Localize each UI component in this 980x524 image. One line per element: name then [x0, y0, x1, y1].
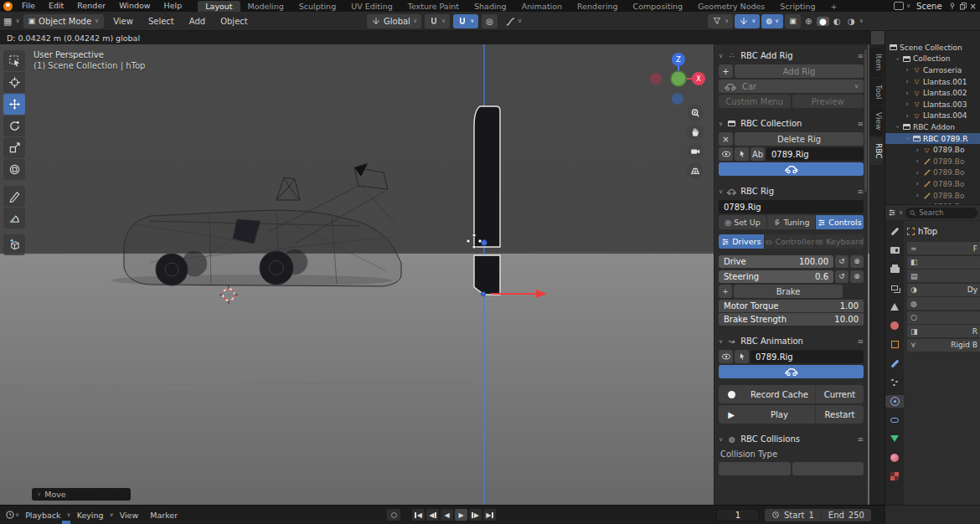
outliner-item-0789-bone-1[interactable]: › 0789.Bo [885, 156, 980, 167]
tool-cursor[interactable] [3, 72, 25, 93]
selectability-pointer-toggle[interactable] [735, 147, 749, 161]
rig-name-field[interactable]: 0789.Rig [719, 200, 864, 213]
operator-panel[interactable]: › Move [32, 488, 131, 501]
timeline-playhead[interactable] [62, 521, 70, 524]
tool-rotate[interactable] [3, 116, 25, 136]
tab-constraints[interactable] [887, 414, 902, 426]
tool-annotate[interactable] [3, 186, 25, 207]
outliner-item-llantas-003[interactable]: › ▽ Llantas.003 [885, 99, 980, 110]
physics-button-rigid-body[interactable]: ◨ R [907, 325, 980, 337]
chevron-down-icon[interactable]: ∨ [899, 209, 903, 216]
collapse-chevron-icon[interactable]: ∨ [719, 188, 723, 195]
next-keyframe-button[interactable]: ▶ [469, 509, 482, 521]
close-icon[interactable]: × [970, 2, 977, 11]
shading-dropdown-icon[interactable]: ∨ [859, 18, 864, 24]
expand-arrow-icon[interactable]: › [904, 66, 910, 74]
play-reverse-button[interactable]: ◀ [441, 509, 453, 521]
new-scene-icon[interactable] [959, 2, 967, 10]
tab-scene[interactable] [887, 301, 902, 313]
select-rig-car-button[interactable] [719, 162, 864, 176]
tool-move[interactable] [3, 94, 25, 115]
tab-world[interactable] [887, 320, 902, 332]
workspace-tab-texture-paint[interactable]: Texture Paint [400, 1, 467, 12]
physics-button-dynamic-paint[interactable]: ◑ Dy [907, 284, 980, 296]
tab-output[interactable] [887, 263, 902, 275]
physics-button-force-field[interactable]: ≈ F [907, 242, 980, 254]
gizmo-axis-neg-x[interactable] [650, 73, 662, 85]
expand-arrow-icon[interactable]: › [904, 112, 910, 120]
orientation-dropdown[interactable]: Global ∨ [367, 14, 421, 28]
workspace-tab-uv-editing[interactable]: UV Editing [343, 1, 400, 12]
expand-arrow-icon[interactable]: › [904, 100, 910, 108]
shading-rendered-button[interactable]: ◑ [845, 17, 858, 26]
panel-header-rbc-animation[interactable]: ∨ ↝ RBC Animation ≡ [719, 334, 864, 348]
brake-strength-slider[interactable]: Brake Strength 10.00 [719, 313, 864, 326]
panel-menu-icon[interactable]: ≡ [857, 337, 864, 346]
outliner-item-llantas-004[interactable]: › ▽ Llantas.004 [885, 110, 980, 122]
tab-view-layer[interactable] [887, 282, 902, 295]
jump-to-end-button[interactable]: ▶ [483, 509, 496, 521]
snap-target-toggle[interactable]: ∨ [453, 14, 478, 28]
rename-ab-button[interactable]: Ab [750, 147, 765, 161]
menu-render[interactable]: Render [71, 0, 111, 12]
mode-dropdown[interactable]: ▣ Object Mode ∨ [23, 14, 105, 28]
tool-scale[interactable] [3, 137, 25, 158]
custom-menu-button[interactable]: Custom Menu [719, 95, 791, 108]
outliner-item-collection[interactable]: › Collection [885, 54, 980, 65]
snapping-dropdown[interactable]: ∨ [425, 14, 450, 28]
play-button[interactable]: ▶ [455, 509, 467, 521]
outliner-item-llantas-001[interactable]: › ▽ Llantas.001 [885, 76, 980, 88]
steering-clear-icon[interactable]: ⊗ [850, 270, 864, 283]
collapse-chevron-icon[interactable]: ∨ [719, 53, 723, 59]
tab-controller[interactable]: Controller [765, 234, 815, 249]
physics-button-soft-body[interactable]: ◍ [907, 297, 980, 310]
render-preview-toggle[interactable]: ▣ [785, 14, 801, 28]
selectability-pointer-toggle[interactable] [735, 350, 749, 363]
collapse-chevron-icon[interactable]: ∨ [719, 121, 723, 127]
menu-help[interactable]: Help [158, 0, 188, 12]
proportional-editing-toggle[interactable]: ◎ [482, 14, 498, 28]
menu-edit[interactable]: Edit [43, 0, 70, 12]
outliner-item-0789-bone-3[interactable]: › 0789.Bo [885, 178, 980, 190]
collapse-chevron-icon[interactable]: ∨ [719, 338, 723, 345]
outliner-item-carroseria[interactable]: › ▽ Carroseria [885, 64, 980, 76]
menu-view[interactable]: View [107, 17, 139, 26]
motor-torque-slider[interactable]: Motor Torque 1.00 [719, 300, 864, 312]
tab-tuning[interactable]: Tuning [767, 215, 815, 229]
collision-type-option-1[interactable] [719, 462, 791, 475]
current-button[interactable]: Current [815, 385, 864, 403]
drive-slider[interactable]: Drive 100.00 [719, 255, 833, 268]
outliner-item-scene-collection[interactable]: Scene Collection [885, 42, 980, 54]
auto-keying-toggle[interactable] [387, 509, 400, 521]
tab-object[interactable] [887, 338, 902, 351]
animation-car-button[interactable] [719, 365, 864, 378]
steering-reset-icon[interactable]: ↺ [835, 270, 848, 283]
menu-window[interactable]: Window [113, 0, 156, 12]
menu-object[interactable]: Object [214, 17, 254, 26]
tab-render[interactable] [887, 244, 902, 257]
show-gizmos-dropdown[interactable]: ∨ [708, 14, 733, 28]
collection-name-field[interactable]: 0789.Rig [766, 147, 864, 161]
expand-arrow-icon[interactable]: › [914, 146, 921, 154]
tab-set-up[interactable]: ◎ Set Up [719, 215, 766, 229]
menu-file[interactable]: File [16, 0, 41, 12]
expand-arrow-icon[interactable]: › [894, 55, 901, 62]
panel-menu-icon[interactable]: ≡ [857, 52, 864, 60]
tab-drivers[interactable]: Drivers [719, 234, 764, 249]
tool-add-cube[interactable] [3, 234, 25, 255]
outliner-item-rbc-0789[interactable]: › RBC 0789.R [885, 133, 980, 145]
car-wireframe-object[interactable] [111, 210, 401, 286]
chevron-down-icon[interactable]: ∨ [15, 18, 19, 24]
add-rig-button[interactable]: Add Rig [735, 64, 864, 78]
tab-modifiers[interactable] [887, 357, 902, 370]
restart-button[interactable]: Restart [815, 405, 864, 424]
collision-type-option-2[interactable] [792, 462, 864, 475]
pin-icon[interactable] [948, 2, 957, 10]
editor-type-properties-icon[interactable] [888, 208, 896, 217]
add-workspace-button[interactable]: + [823, 1, 845, 12]
tab-particles[interactable] [887, 376, 902, 388]
start-frame-field[interactable]: Start 1 [765, 509, 821, 521]
visibility-eye-toggle[interactable] [719, 147, 733, 161]
menu-view[interactable]: View [114, 511, 145, 520]
tool-measure[interactable] [3, 208, 25, 229]
